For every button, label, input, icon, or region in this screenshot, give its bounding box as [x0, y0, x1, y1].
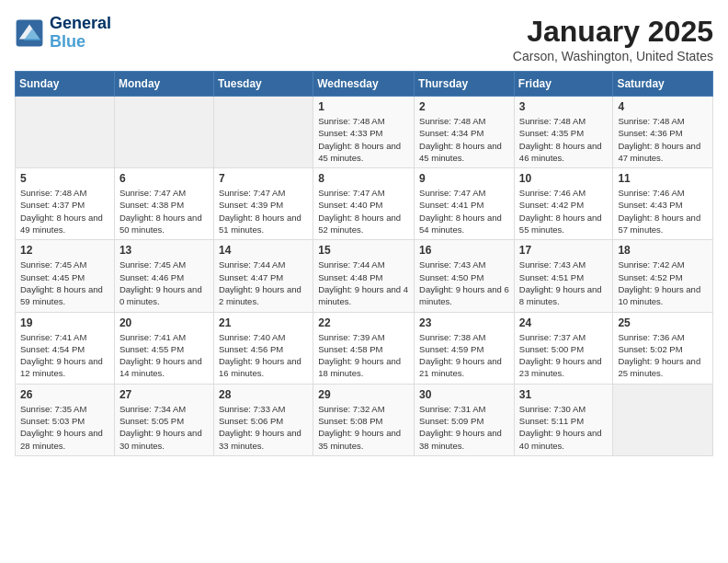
- day-info: Sunrise: 7:43 AMSunset: 4:50 PMDaylight:…: [419, 259, 509, 307]
- calendar-cell: 15Sunrise: 7:44 AMSunset: 4:48 PMDayligh…: [313, 240, 415, 312]
- calendar-cell: 29Sunrise: 7:32 AMSunset: 5:08 PMDayligh…: [313, 384, 415, 455]
- calendar-cell: 18Sunrise: 7:42 AMSunset: 4:52 PMDayligh…: [613, 240, 713, 312]
- day-info: Sunrise: 7:32 AMSunset: 5:08 PMDaylight:…: [318, 403, 409, 452]
- day-info: Sunrise: 7:48 AMSunset: 4:36 PMDaylight:…: [618, 115, 708, 164]
- calendar-cell: 24Sunrise: 7:37 AMSunset: 5:00 PMDayligh…: [514, 312, 613, 384]
- calendar-header-monday: Monday: [114, 72, 213, 97]
- day-info: Sunrise: 7:38 AMSunset: 4:59 PMDaylight:…: [419, 331, 509, 380]
- day-info: Sunrise: 7:41 AMSunset: 4:54 PMDaylight:…: [20, 331, 109, 380]
- calendar-cell: 13Sunrise: 7:45 AMSunset: 4:46 PMDayligh…: [114, 240, 213, 312]
- day-info: Sunrise: 7:45 AMSunset: 4:46 PMDaylight:…: [119, 259, 209, 307]
- day-number: 17: [519, 244, 609, 257]
- calendar-cell: [114, 97, 213, 168]
- day-info: Sunrise: 7:47 AMSunset: 4:38 PMDaylight:…: [119, 187, 209, 236]
- month-title: January 2025: [513, 15, 713, 49]
- day-info: Sunrise: 7:46 AMSunset: 4:43 PMDaylight:…: [618, 187, 708, 236]
- day-number: 21: [219, 316, 308, 329]
- calendar-cell: 9Sunrise: 7:47 AMSunset: 4:41 PMDaylight…: [415, 168, 515, 240]
- day-number: 26: [20, 388, 109, 401]
- calendar-cell: 7Sunrise: 7:47 AMSunset: 4:39 PMDaylight…: [213, 168, 313, 240]
- calendar-cell: 23Sunrise: 7:38 AMSunset: 4:59 PMDayligh…: [415, 312, 515, 384]
- logo-text: General Blue: [50, 15, 111, 52]
- day-number: 2: [419, 100, 509, 113]
- calendar-cell: 21Sunrise: 7:40 AMSunset: 4:56 PMDayligh…: [213, 312, 313, 384]
- day-number: 9: [419, 172, 509, 185]
- calendar-cell: 3Sunrise: 7:48 AMSunset: 4:35 PMDaylight…: [514, 97, 613, 168]
- day-info: Sunrise: 7:39 AMSunset: 4:58 PMDaylight:…: [318, 331, 409, 380]
- day-info: Sunrise: 7:31 AMSunset: 5:09 PMDaylight:…: [419, 403, 509, 452]
- calendar-cell: 26Sunrise: 7:35 AMSunset: 5:03 PMDayligh…: [16, 384, 115, 455]
- calendar-header-tuesday: Tuesday: [213, 72, 313, 97]
- day-number: 29: [318, 388, 409, 401]
- day-info: Sunrise: 7:40 AMSunset: 4:56 PMDaylight:…: [219, 331, 308, 380]
- calendar-cell: 14Sunrise: 7:44 AMSunset: 4:47 PMDayligh…: [213, 240, 313, 312]
- day-info: Sunrise: 7:46 AMSunset: 4:42 PMDaylight:…: [519, 187, 609, 236]
- day-info: Sunrise: 7:47 AMSunset: 4:40 PMDaylight:…: [318, 187, 409, 236]
- day-number: 25: [618, 316, 708, 329]
- day-info: Sunrise: 7:48 AMSunset: 4:35 PMDaylight:…: [519, 115, 609, 164]
- day-number: 30: [419, 388, 509, 401]
- day-number: 28: [219, 388, 308, 401]
- day-number: 8: [318, 172, 409, 185]
- day-number: 7: [219, 172, 308, 185]
- day-number: 22: [318, 316, 409, 329]
- calendar-cell: 31Sunrise: 7:30 AMSunset: 5:11 PMDayligh…: [514, 384, 613, 455]
- calendar-cell: 8Sunrise: 7:47 AMSunset: 4:40 PMDaylight…: [313, 168, 415, 240]
- day-number: 12: [20, 244, 109, 257]
- day-number: 13: [119, 244, 209, 257]
- day-info: Sunrise: 7:30 AMSunset: 5:11 PMDaylight:…: [519, 403, 609, 452]
- day-number: 6: [119, 172, 209, 185]
- day-number: 1: [318, 100, 409, 113]
- calendar-header-thursday: Thursday: [415, 72, 515, 97]
- day-number: 18: [618, 244, 708, 257]
- page-header: General Blue January 2025 Carson, Washin…: [15, 15, 713, 63]
- calendar-week-row: 12Sunrise: 7:45 AMSunset: 4:45 PMDayligh…: [16, 240, 713, 312]
- day-info: Sunrise: 7:44 AMSunset: 4:48 PMDaylight:…: [318, 259, 409, 307]
- day-number: 23: [419, 316, 509, 329]
- day-number: 27: [119, 388, 209, 401]
- logo: General Blue: [15, 15, 111, 52]
- calendar-cell: 28Sunrise: 7:33 AMSunset: 5:06 PMDayligh…: [213, 384, 313, 455]
- calendar-header-sunday: Sunday: [16, 72, 115, 97]
- calendar-header-saturday: Saturday: [613, 72, 713, 97]
- calendar: SundayMondayTuesdayWednesdayThursdayFrid…: [15, 71, 713, 456]
- calendar-cell: [613, 384, 713, 455]
- calendar-cell: 16Sunrise: 7:43 AMSunset: 4:50 PMDayligh…: [415, 240, 515, 312]
- calendar-cell: 30Sunrise: 7:31 AMSunset: 5:09 PMDayligh…: [415, 384, 515, 455]
- day-number: 20: [119, 316, 209, 329]
- calendar-header-friday: Friday: [514, 72, 613, 97]
- day-info: Sunrise: 7:34 AMSunset: 5:05 PMDaylight:…: [119, 403, 209, 452]
- calendar-cell: 22Sunrise: 7:39 AMSunset: 4:58 PMDayligh…: [313, 312, 415, 384]
- calendar-header-wednesday: Wednesday: [313, 72, 415, 97]
- day-info: Sunrise: 7:44 AMSunset: 4:47 PMDaylight:…: [219, 259, 308, 307]
- day-number: 11: [618, 172, 708, 185]
- day-number: 24: [519, 316, 609, 329]
- calendar-week-row: 26Sunrise: 7:35 AMSunset: 5:03 PMDayligh…: [16, 384, 713, 455]
- calendar-cell: 19Sunrise: 7:41 AMSunset: 4:54 PMDayligh…: [16, 312, 115, 384]
- logo-line1: General: [50, 15, 111, 33]
- calendar-week-row: 19Sunrise: 7:41 AMSunset: 4:54 PMDayligh…: [16, 312, 713, 384]
- calendar-cell: [213, 97, 313, 168]
- logo-icon: [15, 18, 44, 48]
- day-info: Sunrise: 7:37 AMSunset: 5:00 PMDaylight:…: [519, 331, 609, 380]
- title-block: January 2025 Carson, Washington, United …: [513, 15, 713, 63]
- day-info: Sunrise: 7:36 AMSunset: 5:02 PMDaylight:…: [618, 331, 708, 380]
- logo-line2: Blue: [50, 33, 111, 52]
- calendar-week-row: 5Sunrise: 7:48 AMSunset: 4:37 PMDaylight…: [16, 168, 713, 240]
- location-title: Carson, Washington, United States: [513, 49, 713, 63]
- day-number: 16: [419, 244, 509, 257]
- day-info: Sunrise: 7:47 AMSunset: 4:39 PMDaylight:…: [219, 187, 308, 236]
- day-number: 31: [519, 388, 609, 401]
- day-info: Sunrise: 7:42 AMSunset: 4:52 PMDaylight:…: [618, 259, 708, 307]
- day-info: Sunrise: 7:33 AMSunset: 5:06 PMDaylight:…: [219, 403, 308, 452]
- calendar-cell: 6Sunrise: 7:47 AMSunset: 4:38 PMDaylight…: [114, 168, 213, 240]
- day-number: 14: [219, 244, 308, 257]
- day-info: Sunrise: 7:43 AMSunset: 4:51 PMDaylight:…: [519, 259, 609, 307]
- calendar-header-row: SundayMondayTuesdayWednesdayThursdayFrid…: [16, 72, 713, 97]
- day-info: Sunrise: 7:45 AMSunset: 4:45 PMDaylight:…: [20, 259, 109, 307]
- calendar-cell: 11Sunrise: 7:46 AMSunset: 4:43 PMDayligh…: [613, 168, 713, 240]
- day-number: 3: [519, 100, 609, 113]
- calendar-cell: 2Sunrise: 7:48 AMSunset: 4:34 PMDaylight…: [415, 97, 515, 168]
- day-info: Sunrise: 7:48 AMSunset: 4:37 PMDaylight:…: [20, 187, 109, 236]
- calendar-cell: 25Sunrise: 7:36 AMSunset: 5:02 PMDayligh…: [613, 312, 713, 384]
